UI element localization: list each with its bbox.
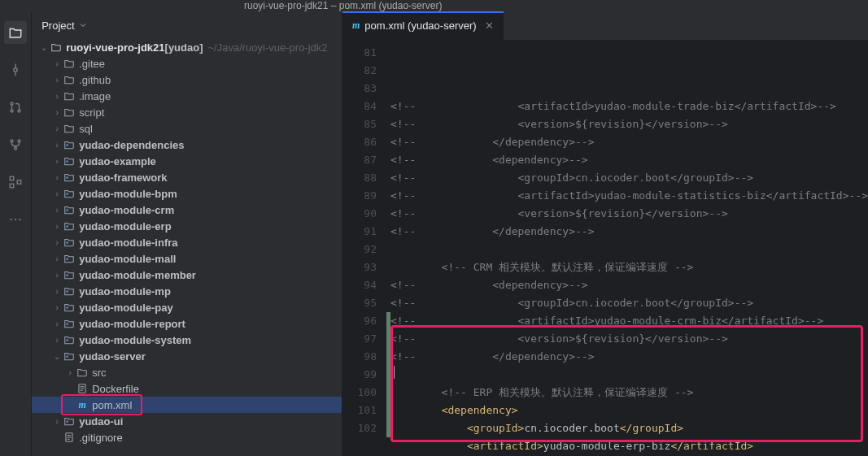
structure-icon[interactable] <box>4 171 27 193</box>
pull-requests-icon[interactable] <box>4 96 27 119</box>
tree-item[interactable]: ›sql <box>32 120 342 137</box>
window-titlebar: ruoyi-vue-pro-jdk21 – pom.xml (yudao-ser… <box>0 0 868 11</box>
tree-item[interactable]: ›yudao-module-mall <box>32 250 342 267</box>
svg-rect-28 <box>67 355 68 357</box>
svg-point-4 <box>11 110 13 112</box>
svg-point-8 <box>15 147 17 150</box>
editor-area: m pom.xml (yudao-server) ✕ 8182838485868… <box>342 11 868 456</box>
tree-item[interactable]: ›yudao-dependencies <box>32 137 342 153</box>
svg-rect-19 <box>67 209 68 211</box>
svg-point-13 <box>15 219 16 220</box>
tab-label: pom.xml (yudao-server) <box>364 20 476 32</box>
tree-item[interactable]: ›yudao-module-erp <box>32 218 342 234</box>
project-tree[interactable]: ⌄ruoyi-vue-pro-jdk21 [yudao]~/Java/ruoyi… <box>32 39 342 456</box>
svg-rect-16 <box>67 160 68 162</box>
more-icon[interactable] <box>4 208 27 231</box>
line-number-gutter: 8182838485868788899091929394959697989910… <box>342 41 386 456</box>
svg-rect-23 <box>67 274 68 276</box>
tree-item[interactable]: ›yudao-module-bpm <box>32 185 342 202</box>
svg-rect-9 <box>10 176 14 180</box>
tree-item[interactable]: ›.gitee <box>32 55 342 72</box>
code-content[interactable]: <!-- <artifactId>yudao-module-trade-biz<… <box>390 41 868 456</box>
tree-item[interactable]: ›script <box>32 104 342 120</box>
editor-tabbar: m pom.xml (yudao-server) ✕ <box>342 11 868 41</box>
svg-point-14 <box>19 219 20 220</box>
svg-rect-11 <box>17 180 21 185</box>
tree-item[interactable]: Dockerfile <box>32 380 342 397</box>
branches-icon[interactable] <box>4 133 27 156</box>
close-icon[interactable]: ✕ <box>485 20 494 32</box>
svg-rect-26 <box>67 323 68 324</box>
tree-item[interactable]: ›yudao-example <box>32 153 342 169</box>
maven-file-icon: m <box>352 20 360 32</box>
tree-item[interactable]: .gitignore <box>32 429 342 445</box>
project-panel: Project ⌄ruoyi-vue-pro-jdk21 [yudao]~/Ja… <box>32 11 342 456</box>
svg-rect-20 <box>67 225 68 227</box>
svg-rect-18 <box>67 193 68 194</box>
chevron-down-icon <box>78 20 88 30</box>
tree-item[interactable]: ›yudao-framework <box>32 169 342 185</box>
tree-item[interactable]: ›yudao-module-pay <box>32 299 342 315</box>
tree-item[interactable]: ›yudao-ui <box>32 413 342 429</box>
tree-item[interactable]: ›yudao-module-report <box>32 315 342 332</box>
svg-rect-24 <box>67 290 68 292</box>
svg-rect-21 <box>67 241 68 243</box>
svg-rect-27 <box>67 339 68 341</box>
svg-rect-25 <box>67 306 68 308</box>
activity-bar <box>0 11 32 456</box>
tree-item[interactable]: ›.github <box>32 72 342 88</box>
tree-item[interactable]: ›src <box>32 364 342 380</box>
window-title: ruoyi-vue-pro-jdk21 – pom.xml (yudao-ser… <box>244 0 442 11</box>
svg-point-12 <box>11 219 12 220</box>
code-editor[interactable]: 8182838485868788899091929394959697989910… <box>342 41 868 456</box>
svg-point-7 <box>18 140 20 142</box>
commit-icon[interactable] <box>4 59 27 81</box>
svg-point-5 <box>18 110 20 112</box>
svg-point-3 <box>11 102 13 105</box>
tree-item[interactable]: mpom.xml <box>32 397 342 413</box>
svg-rect-22 <box>67 258 68 259</box>
files-icon[interactable] <box>4 21 27 44</box>
svg-rect-15 <box>67 144 68 145</box>
svg-rect-33 <box>67 420 68 422</box>
project-panel-header[interactable]: Project <box>32 11 342 39</box>
tree-item[interactable]: ›.image <box>32 88 342 104</box>
tree-item[interactable]: ⌄yudao-server <box>32 348 342 364</box>
tree-root[interactable]: ⌄ruoyi-vue-pro-jdk21 [yudao]~/Java/ruoyi… <box>32 39 342 55</box>
tab-pom-xml[interactable]: m pom.xml (yudao-server) ✕ <box>342 11 504 40</box>
svg-rect-17 <box>67 176 68 178</box>
svg-point-0 <box>14 68 18 72</box>
svg-point-6 <box>11 140 13 142</box>
tree-item[interactable]: ›yudao-module-member <box>32 267 342 283</box>
project-panel-title: Project <box>41 20 74 32</box>
svg-rect-10 <box>10 184 14 188</box>
tree-item[interactable]: ›yudao-module-crm <box>32 202 342 218</box>
tree-item[interactable]: ›yudao-module-system <box>32 332 342 348</box>
tree-item[interactable]: ›yudao-module-mp <box>32 283 342 299</box>
tree-item[interactable]: ›yudao-module-infra <box>32 234 342 250</box>
